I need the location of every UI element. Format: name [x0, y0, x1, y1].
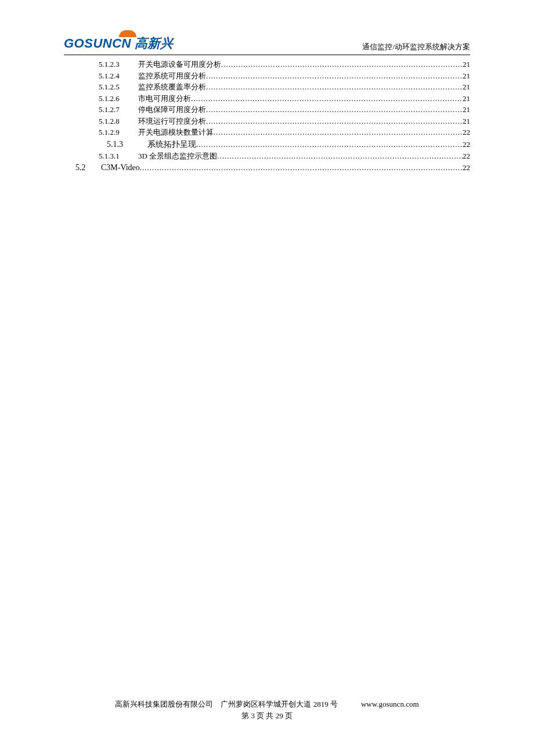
toc-entry-number: 5.1.3.1: [99, 150, 138, 162]
toc-leader-dots: [140, 162, 463, 174]
footer-address: 广州萝岗区科学城开创大道 2819 号: [221, 700, 338, 708]
logo-text-cn: 高新兴: [135, 35, 173, 52]
toc-leader-dots: [221, 59, 463, 70]
toc-entry-page: 21: [463, 104, 470, 116]
toc-entry-title: 系统拓扑呈现: [147, 138, 196, 150]
toc-entry-number: 5.2: [75, 161, 101, 174]
toc-entry-number: 5.1.2.8: [99, 116, 138, 127]
document-page: GOSUNCN 高新兴 通信监控/动环监控系统解决方案 5.1.2.3开关电源设…: [0, 0, 534, 174]
toc-entry[interactable]: 5.1.3.13D 全景组态监控示意图 22: [64, 150, 470, 162]
toc-leader-dots: [196, 139, 463, 150]
toc-entry-title: 监控系统覆盖率分析: [138, 81, 206, 93]
toc-leader-dots: [206, 81, 463, 93]
toc-entry[interactable]: 5.2C3M-Video 22: [64, 161, 470, 174]
footer-url: www.gosuncn.com: [361, 700, 419, 709]
document-title: 通信监控/动环监控系统解决方案: [362, 42, 470, 52]
toc-entry-title: 市电可用度分析: [138, 93, 191, 105]
toc-entry-number: 5.1.2.4: [99, 70, 138, 82]
toc-leader-dots: [191, 93, 463, 105]
logo-text-en: GOSUNCN: [64, 36, 131, 51]
toc-entry[interactable]: 5.1.2.7停电保障可用度分析 21: [64, 104, 470, 116]
toc-entry-number: 5.1.2.3: [99, 59, 138, 70]
toc-entry-page: 21: [463, 116, 470, 127]
toc-entry-page: 21: [463, 70, 470, 82]
toc-entry-page: 22: [463, 139, 470, 150]
page-footer: 高新兴科技集团股份有限公司 广州萝岗区科学城开创大道 2819 号 www.go…: [0, 699, 534, 721]
footer-company: 高新兴科技集团股份有限公司: [115, 700, 213, 708]
toc-entry-title: C3M-Video: [101, 161, 140, 174]
toc-entry-number: 5.1.3: [107, 138, 147, 150]
toc-entry-number: 5.1.2.9: [99, 127, 138, 138]
toc-leader-dots: [217, 150, 463, 162]
toc-leader-dots: [206, 116, 463, 127]
toc-entry-number: 5.1.2.6: [99, 93, 138, 105]
toc-entry-number: 5.1.2.7: [99, 104, 138, 116]
toc-entry[interactable]: 5.1.2.8环境运行可控度分析 21: [64, 116, 470, 127]
toc-entry-page: 22: [463, 127, 470, 138]
toc-entry-title: 3D 全景组态监控示意图: [138, 150, 217, 162]
logo-sun-arc: [119, 30, 136, 37]
toc-entry-number: 5.1.2.5: [99, 81, 138, 93]
toc-entry[interactable]: 5.1.2.6市电可用度分析 21: [64, 93, 470, 105]
toc-entry-title: 环境运行可控度分析: [138, 116, 206, 127]
toc-entry-title: 监控系统可用度分析: [138, 70, 206, 82]
toc-entry-title: 开关电源设备可用度分析: [138, 59, 221, 70]
page-header: GOSUNCN 高新兴 通信监控/动环监控系统解决方案: [64, 35, 470, 55]
toc-entry[interactable]: 5.1.2.3开关电源设备可用度分析 21: [64, 59, 470, 70]
toc-entry-title: 停电保障可用度分析: [138, 104, 206, 116]
toc-entry-page: 22: [463, 150, 470, 162]
toc-entry-page: 21: [463, 59, 470, 70]
toc-entry-page: 21: [463, 93, 470, 105]
toc-entry[interactable]: 5.1.2.4监控系统可用度分析 21: [64, 70, 470, 82]
company-logo: GOSUNCN 高新兴: [64, 35, 173, 52]
toc-entry[interactable]: 5.1.2.5监控系统覆盖率分析 21: [64, 81, 470, 93]
footer-line-1: 高新兴科技集团股份有限公司 广州萝岗区科学城开创大道 2819 号 www.go…: [0, 699, 534, 710]
toc-entry[interactable]: 5.1.2.9开关电源模块数量计算 22: [64, 127, 470, 138]
toc-entry-title: 开关电源模块数量计算: [138, 127, 214, 138]
toc-entry-page: 21: [463, 81, 470, 93]
table-of-contents: 5.1.2.3开关电源设备可用度分析 215.1.2.4监控系统可用度分析 21…: [64, 59, 470, 174]
footer-page-number: 第 3 页 共 29 页: [0, 711, 534, 721]
toc-entry-page: 22: [463, 162, 470, 174]
toc-leader-dots: [206, 70, 463, 82]
toc-entry[interactable]: 5.1.3系统拓扑呈现 22: [64, 138, 470, 150]
toc-leader-dots: [206, 104, 463, 116]
toc-leader-dots: [214, 127, 463, 138]
